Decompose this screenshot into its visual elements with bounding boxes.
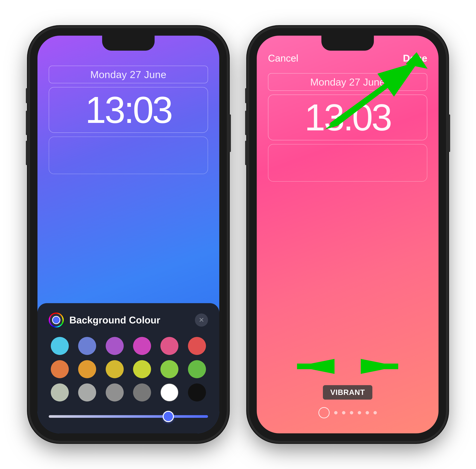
date-text: Monday 27 June bbox=[90, 69, 166, 80]
phone-1: Monday 27 June 13:03 Background Colour bbox=[30, 28, 227, 441]
color-slider[interactable] bbox=[49, 411, 208, 422]
volume-up-button[interactable] bbox=[26, 111, 29, 135]
phone2-bottom: VIBRANT bbox=[257, 355, 439, 418]
power-button-2[interactable] bbox=[447, 115, 450, 152]
swipe-arrows bbox=[257, 355, 439, 378]
color-sage[interactable] bbox=[51, 384, 69, 402]
dot-4[interactable] bbox=[358, 411, 361, 414]
svg-rect-5 bbox=[297, 364, 331, 369]
volume-down-button[interactable] bbox=[26, 141, 29, 165]
notch bbox=[102, 36, 155, 51]
empty-widget bbox=[49, 136, 208, 174]
color-wheel-dot bbox=[52, 316, 60, 324]
date-widget: Monday 27 June bbox=[49, 66, 208, 83]
phone2-widgets: Monday 27 June 13:03 bbox=[268, 73, 427, 182]
dot-3[interactable] bbox=[350, 411, 353, 414]
empty-widget-2 bbox=[268, 144, 427, 182]
time-text-2: 13:03 bbox=[304, 96, 391, 138]
panel-title: Background Colour bbox=[69, 314, 195, 326]
svg-rect-7 bbox=[365, 364, 398, 369]
color-pink[interactable] bbox=[160, 337, 178, 355]
date-widget-2: Monday 27 June bbox=[268, 73, 427, 91]
slider-track bbox=[49, 415, 208, 418]
panel-header: Background Colour ✕ bbox=[49, 313, 208, 328]
date-text-2: Monday 27 June bbox=[310, 76, 385, 88]
close-icon: ✕ bbox=[199, 317, 204, 323]
color-white[interactable] bbox=[160, 384, 178, 402]
volume-up-button-2[interactable] bbox=[245, 111, 249, 135]
phone2-topbar: Cancel Done bbox=[268, 52, 427, 64]
color-yellow[interactable] bbox=[106, 360, 124, 378]
mute-button-2[interactable] bbox=[245, 88, 249, 103]
color-wheel-icon[interactable] bbox=[49, 313, 64, 328]
done-button[interactable]: Done bbox=[403, 52, 427, 64]
color-gray-light[interactable] bbox=[78, 384, 96, 402]
page-dots bbox=[318, 407, 377, 418]
color-purple[interactable] bbox=[106, 337, 124, 355]
phone1-screen: Monday 27 June 13:03 Background Colour bbox=[37, 36, 219, 433]
phone1-widgets: Monday 27 June 13:03 bbox=[49, 66, 208, 174]
time-text: 13:03 bbox=[85, 89, 172, 131]
color-gray-mid[interactable] bbox=[133, 384, 151, 402]
color-orange-light[interactable] bbox=[51, 360, 69, 378]
arrow-left-icon bbox=[289, 355, 334, 378]
phone1-background: Monday 27 June 13:03 Background Colour bbox=[37, 36, 219, 433]
phone-2: Cancel Done Monday 27 June 13:03 bbox=[249, 28, 446, 441]
color-green[interactable] bbox=[188, 360, 206, 378]
dot-1[interactable] bbox=[334, 411, 337, 414]
volume-down-button-2[interactable] bbox=[245, 141, 249, 165]
color-wheel-inner bbox=[50, 314, 63, 326]
color-gray[interactable] bbox=[106, 384, 124, 402]
close-button[interactable]: ✕ bbox=[195, 314, 208, 327]
slider-thumb[interactable] bbox=[163, 411, 174, 422]
dot-2[interactable] bbox=[342, 411, 345, 414]
mute-button[interactable] bbox=[26, 88, 29, 103]
color-grid bbox=[49, 337, 208, 402]
phone2-screen: Cancel Done Monday 27 June 13:03 bbox=[257, 36, 439, 433]
cancel-button[interactable]: Cancel bbox=[268, 52, 298, 64]
color-red[interactable] bbox=[188, 337, 206, 355]
color-black[interactable] bbox=[188, 384, 206, 402]
time-widget: 13:03 bbox=[49, 87, 208, 133]
color-cyan[interactable] bbox=[51, 337, 69, 355]
phone2-background: Cancel Done Monday 27 June 13:03 bbox=[257, 36, 439, 433]
power-button[interactable] bbox=[227, 115, 231, 152]
dot-6[interactable] bbox=[374, 411, 377, 414]
color-picker-panel: Background Colour ✕ bbox=[37, 303, 219, 433]
vibrant-badge: VIBRANT bbox=[323, 385, 373, 400]
color-amber[interactable] bbox=[78, 360, 96, 378]
color-yellow-green[interactable] bbox=[133, 360, 151, 378]
color-magenta[interactable] bbox=[133, 337, 151, 355]
time-widget-2: 13:03 bbox=[268, 95, 427, 140]
dot-circle-outline[interactable] bbox=[318, 407, 330, 418]
dot-5[interactable] bbox=[366, 411, 369, 414]
notch-2 bbox=[321, 36, 374, 51]
color-lime[interactable] bbox=[160, 360, 178, 378]
color-indigo[interactable] bbox=[78, 337, 96, 355]
arrow-right-icon bbox=[361, 355, 406, 378]
